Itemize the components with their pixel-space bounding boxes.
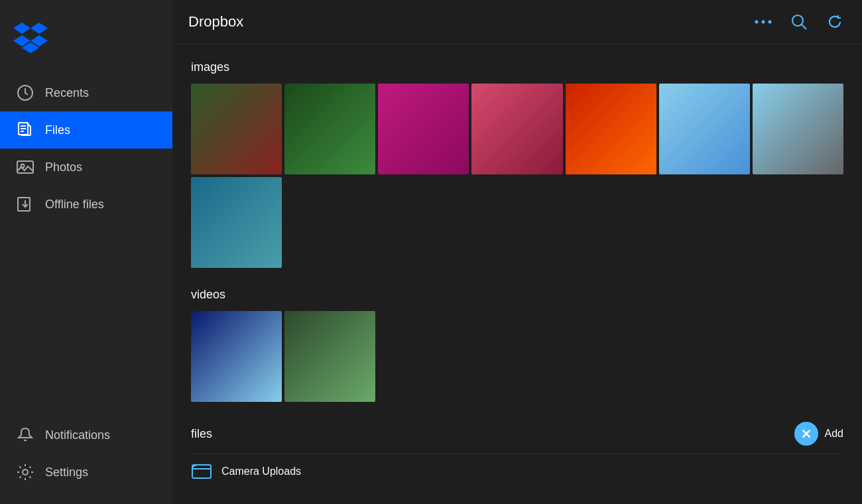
svg-marker-0	[13, 23, 31, 34]
sidebar-item-notifications[interactable]: Notifications	[0, 416, 172, 454]
folder-icon	[191, 461, 212, 482]
image-thumb-8[interactable]	[191, 177, 282, 268]
videos-section-title: videos	[191, 288, 843, 302]
image-thumb-7[interactable]	[753, 84, 843, 174]
image-thumb-3[interactable]	[378, 84, 469, 174]
svg-rect-23	[192, 465, 211, 478]
search-button[interactable]	[788, 11, 810, 33]
settings-icon	[16, 463, 34, 481]
image-placeholder-3	[471, 177, 562, 268]
content-area: images videos	[172, 44, 862, 504]
image-placeholder-6	[753, 177, 843, 268]
topbar-actions	[752, 11, 846, 33]
image-placeholder-5	[659, 177, 750, 268]
video-placeholder-5	[753, 311, 843, 402]
svg-point-18	[769, 21, 772, 24]
svg-point-17	[762, 21, 765, 24]
photos-label: Photos	[45, 160, 82, 174]
photos-icon	[16, 158, 34, 176]
video-thumb-1[interactable]	[191, 311, 282, 402]
more-button[interactable]	[752, 11, 774, 33]
image-placeholder-1	[284, 177, 375, 268]
add-button[interactable]: Add	[794, 422, 843, 446]
files-icon	[16, 121, 34, 139]
sidebar: Recents Files Photos Offline files	[0, 0, 172, 504]
refresh-icon	[826, 13, 843, 31]
sidebar-item-photos[interactable]: Photos	[0, 149, 172, 186]
images-section-title: images	[191, 60, 843, 74]
add-icon-circle	[794, 422, 818, 446]
settings-label: Settings	[45, 466, 88, 479]
sidebar-item-offline[interactable]: Offline files	[0, 186, 172, 223]
notifications-icon	[16, 426, 34, 444]
offline-label: Offline files	[45, 198, 104, 212]
image-thumb-2[interactable]	[284, 84, 375, 174]
logo-area	[0, 13, 172, 74]
image-placeholder-2	[378, 177, 469, 268]
svg-line-20	[802, 25, 806, 29]
image-placeholder-4	[566, 177, 656, 268]
svg-marker-1	[31, 23, 48, 34]
sidebar-item-settings[interactable]: Settings	[0, 454, 172, 491]
file-item-camera-uploads[interactable]: Camera Uploads	[191, 454, 843, 489]
file-name: Camera Uploads	[221, 466, 301, 477]
refresh-button[interactable]	[824, 11, 846, 33]
video-placeholder-2	[471, 311, 562, 402]
svg-point-15	[23, 470, 28, 475]
svg-rect-12	[18, 198, 30, 211]
svg-point-16	[755, 21, 759, 24]
dropbox-logo	[13, 20, 48, 54]
sidebar-item-recents[interactable]: Recents	[0, 74, 172, 111]
clock-icon	[16, 84, 34, 102]
video-placeholder-3	[566, 311, 656, 402]
svg-rect-10	[17, 161, 33, 173]
image-thumb-1[interactable]	[191, 84, 282, 174]
images-grid-row1	[191, 84, 843, 174]
search-icon	[790, 13, 808, 31]
page-title: Dropbox	[188, 13, 752, 31]
image-thumb-4[interactable]	[471, 84, 562, 174]
add-label: Add	[825, 428, 843, 440]
files-header: files Add	[191, 422, 843, 446]
more-icon	[755, 13, 772, 31]
images-grid-row2	[191, 177, 843, 268]
video-placeholder-1	[378, 311, 469, 402]
video-thumb-2[interactable]	[284, 311, 375, 402]
files-section-title: files	[191, 427, 794, 441]
video-placeholder-4	[659, 311, 750, 402]
svg-point-19	[792, 15, 803, 26]
image-thumb-6[interactable]	[659, 84, 750, 174]
files-section: files Add	[191, 422, 843, 489]
videos-grid	[191, 311, 843, 402]
x-icon	[800, 428, 812, 440]
videos-section: videos	[191, 288, 843, 402]
files-label: Files	[45, 123, 70, 137]
sidebar-item-files[interactable]: Files	[0, 111, 172, 149]
image-thumb-5[interactable]	[566, 84, 656, 174]
notifications-label: Notifications	[45, 428, 110, 442]
recents-label: Recents	[45, 86, 89, 100]
topbar: Dropbox	[172, 0, 862, 44]
offline-icon	[16, 195, 34, 214]
main-content: Dropbox	[172, 0, 862, 504]
